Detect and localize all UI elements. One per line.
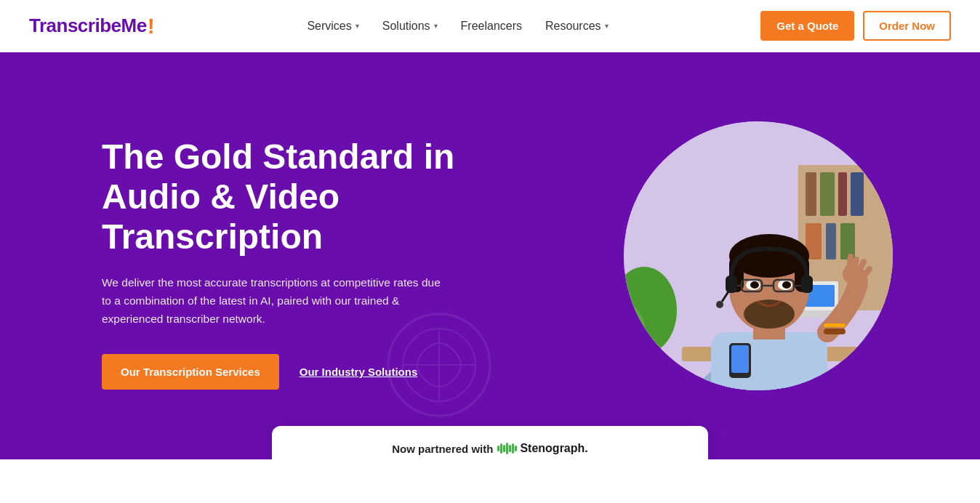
- nav-resources[interactable]: Resources ▾: [545, 20, 608, 33]
- svg-line-44: [849, 257, 851, 272]
- hero-buttons: Our Transcription Services Our Industry …: [102, 354, 487, 390]
- header: TranscribeMe ! Services ▾ Solutions ▾ Fr…: [0, 0, 980, 52]
- order-now-button[interactable]: Order Now: [863, 11, 951, 41]
- svg-point-30: [750, 281, 759, 289]
- get-quote-button[interactable]: Get a Quote: [760, 11, 854, 41]
- svg-point-27: [744, 299, 795, 329]
- svg-rect-9: [851, 172, 864, 216]
- header-buttons: Get a Quote Order Now: [760, 11, 951, 41]
- svg-point-40: [716, 301, 723, 308]
- svg-rect-12: [840, 223, 855, 259]
- svg-rect-48: [731, 345, 749, 373]
- svg-rect-8: [838, 172, 847, 216]
- chevron-down-icon: ▾: [434, 22, 438, 30]
- industry-solutions-button[interactable]: Our Industry Solutions: [300, 366, 418, 378]
- transcription-services-button[interactable]: Our Transcription Services: [102, 354, 279, 390]
- logo-exclaim: !: [148, 14, 155, 39]
- chevron-down-icon: ▾: [605, 22, 609, 30]
- svg-rect-21: [711, 332, 827, 390]
- nav-solutions[interactable]: Solutions ▾: [382, 20, 438, 33]
- hero-description: We deliver the most accurate transcripti…: [102, 274, 451, 328]
- main-nav: Services ▾ Solutions ▾ Freelancers Resou…: [307, 20, 608, 33]
- chevron-down-icon: ▾: [356, 22, 359, 30]
- hero-section: The Gold Standard in Audio & Video Trans…: [0, 52, 980, 459]
- partner-header: Now partnered with Stenograph.: [301, 442, 679, 455]
- logo-text: TranscribeMe: [29, 15, 147, 37]
- svg-rect-37: [726, 275, 737, 293]
- svg-rect-11: [826, 223, 836, 259]
- partner-banner: Now partnered with Stenograph. Get the m…: [272, 426, 708, 459]
- svg-rect-7: [820, 172, 835, 216]
- logo[interactable]: TranscribeMe !: [29, 14, 155, 39]
- partner-prefix: Now partnered with: [392, 443, 493, 455]
- stenograph-brand: Stenograph.: [520, 442, 587, 455]
- svg-rect-46: [824, 323, 846, 327]
- nav-services[interactable]: Services ▾: [307, 20, 358, 33]
- svg-rect-45: [824, 329, 846, 334]
- stenograph-logo: Stenograph.: [497, 442, 587, 455]
- person-illustration: [624, 121, 893, 390]
- svg-rect-38: [801, 275, 813, 293]
- svg-point-31: [782, 281, 791, 289]
- hero-image: [624, 121, 893, 390]
- nav-freelancers[interactable]: Freelancers: [461, 20, 522, 33]
- hero-content: The Gold Standard in Audio & Video Trans…: [102, 137, 487, 390]
- hero-title: The Gold Standard in Audio & Video Trans…: [102, 137, 487, 257]
- stenograph-waves-icon: [497, 443, 517, 454]
- svg-rect-6: [806, 172, 816, 216]
